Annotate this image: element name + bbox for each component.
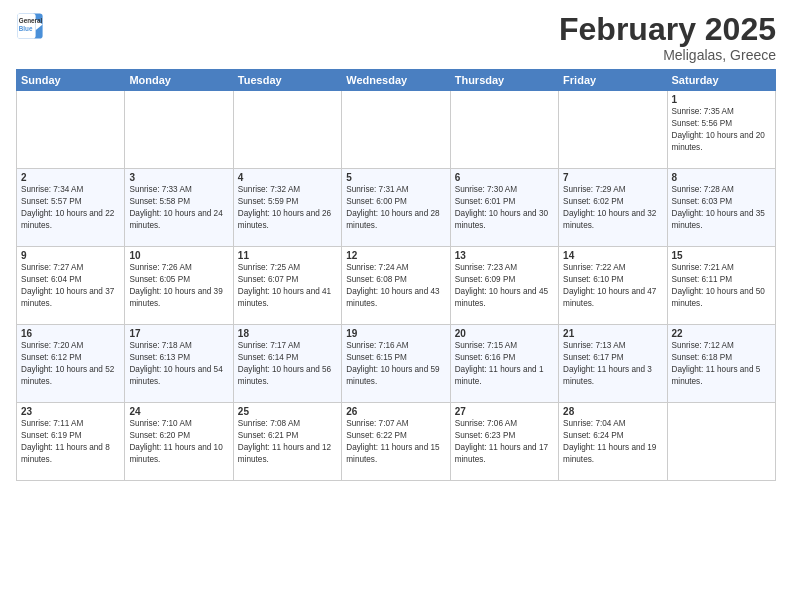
day-number: 18 xyxy=(238,328,337,339)
table-cell xyxy=(559,91,667,169)
day-info: Sunrise: 7:24 AM Sunset: 6:08 PM Dayligh… xyxy=(346,262,445,310)
table-cell: 11Sunrise: 7:25 AM Sunset: 6:07 PM Dayli… xyxy=(233,247,341,325)
week-row-4: 16Sunrise: 7:20 AM Sunset: 6:12 PM Dayli… xyxy=(17,325,776,403)
table-cell: 17Sunrise: 7:18 AM Sunset: 6:13 PM Dayli… xyxy=(125,325,233,403)
col-friday: Friday xyxy=(559,70,667,91)
day-number: 9 xyxy=(21,250,120,261)
table-cell: 12Sunrise: 7:24 AM Sunset: 6:08 PM Dayli… xyxy=(342,247,450,325)
day-number: 8 xyxy=(672,172,771,183)
day-info: Sunrise: 7:18 AM Sunset: 6:13 PM Dayligh… xyxy=(129,340,228,388)
day-number: 22 xyxy=(672,328,771,339)
day-info: Sunrise: 7:34 AM Sunset: 5:57 PM Dayligh… xyxy=(21,184,120,232)
logo-icon: General Blue xyxy=(16,12,44,40)
day-info: Sunrise: 7:35 AM Sunset: 5:56 PM Dayligh… xyxy=(672,106,771,154)
table-cell: 23Sunrise: 7:11 AM Sunset: 6:19 PM Dayli… xyxy=(17,403,125,481)
day-info: Sunrise: 7:31 AM Sunset: 6:00 PM Dayligh… xyxy=(346,184,445,232)
day-number: 1 xyxy=(672,94,771,105)
table-cell: 26Sunrise: 7:07 AM Sunset: 6:22 PM Dayli… xyxy=(342,403,450,481)
day-info: Sunrise: 7:26 AM Sunset: 6:05 PM Dayligh… xyxy=(129,262,228,310)
day-info: Sunrise: 7:28 AM Sunset: 6:03 PM Dayligh… xyxy=(672,184,771,232)
table-cell: 3Sunrise: 7:33 AM Sunset: 5:58 PM Daylig… xyxy=(125,169,233,247)
day-number: 19 xyxy=(346,328,445,339)
day-info: Sunrise: 7:30 AM Sunset: 6:01 PM Dayligh… xyxy=(455,184,554,232)
table-cell: 1Sunrise: 7:35 AM Sunset: 5:56 PM Daylig… xyxy=(667,91,775,169)
day-info: Sunrise: 7:10 AM Sunset: 6:20 PM Dayligh… xyxy=(129,418,228,466)
day-info: Sunrise: 7:04 AM Sunset: 6:24 PM Dayligh… xyxy=(563,418,662,466)
table-cell: 24Sunrise: 7:10 AM Sunset: 6:20 PM Dayli… xyxy=(125,403,233,481)
day-number: 24 xyxy=(129,406,228,417)
day-info: Sunrise: 7:06 AM Sunset: 6:23 PM Dayligh… xyxy=(455,418,554,466)
day-number: 12 xyxy=(346,250,445,261)
table-cell: 2Sunrise: 7:34 AM Sunset: 5:57 PM Daylig… xyxy=(17,169,125,247)
day-info: Sunrise: 7:15 AM Sunset: 6:16 PM Dayligh… xyxy=(455,340,554,388)
month-title: February 2025 xyxy=(559,12,776,47)
day-info: Sunrise: 7:08 AM Sunset: 6:21 PM Dayligh… xyxy=(238,418,337,466)
day-number: 26 xyxy=(346,406,445,417)
day-info: Sunrise: 7:21 AM Sunset: 6:11 PM Dayligh… xyxy=(672,262,771,310)
header: General Blue February 2025 Meligalas, Gr… xyxy=(16,12,776,63)
table-cell: 4Sunrise: 7:32 AM Sunset: 5:59 PM Daylig… xyxy=(233,169,341,247)
table-cell: 18Sunrise: 7:17 AM Sunset: 6:14 PM Dayli… xyxy=(233,325,341,403)
col-monday: Monday xyxy=(125,70,233,91)
svg-text:General: General xyxy=(19,17,43,24)
day-number: 2 xyxy=(21,172,120,183)
col-sunday: Sunday xyxy=(17,70,125,91)
svg-text:Blue: Blue xyxy=(19,25,33,32)
day-info: Sunrise: 7:13 AM Sunset: 6:17 PM Dayligh… xyxy=(563,340,662,388)
day-info: Sunrise: 7:12 AM Sunset: 6:18 PM Dayligh… xyxy=(672,340,771,388)
col-tuesday: Tuesday xyxy=(233,70,341,91)
day-number: 11 xyxy=(238,250,337,261)
table-cell: 15Sunrise: 7:21 AM Sunset: 6:11 PM Dayli… xyxy=(667,247,775,325)
calendar-container: General Blue February 2025 Meligalas, Gr… xyxy=(0,0,792,489)
location: Meligalas, Greece xyxy=(559,47,776,63)
day-info: Sunrise: 7:23 AM Sunset: 6:09 PM Dayligh… xyxy=(455,262,554,310)
table-cell: 8Sunrise: 7:28 AM Sunset: 6:03 PM Daylig… xyxy=(667,169,775,247)
col-saturday: Saturday xyxy=(667,70,775,91)
day-number: 27 xyxy=(455,406,554,417)
table-cell: 19Sunrise: 7:16 AM Sunset: 6:15 PM Dayli… xyxy=(342,325,450,403)
header-row: Sunday Monday Tuesday Wednesday Thursday… xyxy=(17,70,776,91)
day-number: 13 xyxy=(455,250,554,261)
day-info: Sunrise: 7:27 AM Sunset: 6:04 PM Dayligh… xyxy=(21,262,120,310)
table-cell xyxy=(233,91,341,169)
table-cell: 25Sunrise: 7:08 AM Sunset: 6:21 PM Dayli… xyxy=(233,403,341,481)
day-number: 10 xyxy=(129,250,228,261)
table-cell: 6Sunrise: 7:30 AM Sunset: 6:01 PM Daylig… xyxy=(450,169,558,247)
table-cell xyxy=(667,403,775,481)
table-cell: 13Sunrise: 7:23 AM Sunset: 6:09 PM Dayli… xyxy=(450,247,558,325)
day-number: 16 xyxy=(21,328,120,339)
table-cell: 22Sunrise: 7:12 AM Sunset: 6:18 PM Dayli… xyxy=(667,325,775,403)
day-info: Sunrise: 7:07 AM Sunset: 6:22 PM Dayligh… xyxy=(346,418,445,466)
table-cell xyxy=(17,91,125,169)
table-cell: 14Sunrise: 7:22 AM Sunset: 6:10 PM Dayli… xyxy=(559,247,667,325)
day-info: Sunrise: 7:17 AM Sunset: 6:14 PM Dayligh… xyxy=(238,340,337,388)
day-info: Sunrise: 7:32 AM Sunset: 5:59 PM Dayligh… xyxy=(238,184,337,232)
week-row-3: 9Sunrise: 7:27 AM Sunset: 6:04 PM Daylig… xyxy=(17,247,776,325)
day-info: Sunrise: 7:22 AM Sunset: 6:10 PM Dayligh… xyxy=(563,262,662,310)
day-number: 5 xyxy=(346,172,445,183)
day-number: 20 xyxy=(455,328,554,339)
table-cell xyxy=(125,91,233,169)
table-cell: 10Sunrise: 7:26 AM Sunset: 6:05 PM Dayli… xyxy=(125,247,233,325)
week-row-2: 2Sunrise: 7:34 AM Sunset: 5:57 PM Daylig… xyxy=(17,169,776,247)
table-cell: 7Sunrise: 7:29 AM Sunset: 6:02 PM Daylig… xyxy=(559,169,667,247)
week-row-1: 1Sunrise: 7:35 AM Sunset: 5:56 PM Daylig… xyxy=(17,91,776,169)
day-number: 25 xyxy=(238,406,337,417)
table-cell: 9Sunrise: 7:27 AM Sunset: 6:04 PM Daylig… xyxy=(17,247,125,325)
day-number: 23 xyxy=(21,406,120,417)
table-cell: 21Sunrise: 7:13 AM Sunset: 6:17 PM Dayli… xyxy=(559,325,667,403)
table-cell: 16Sunrise: 7:20 AM Sunset: 6:12 PM Dayli… xyxy=(17,325,125,403)
day-info: Sunrise: 7:33 AM Sunset: 5:58 PM Dayligh… xyxy=(129,184,228,232)
day-number: 17 xyxy=(129,328,228,339)
day-number: 14 xyxy=(563,250,662,261)
day-number: 28 xyxy=(563,406,662,417)
table-cell: 27Sunrise: 7:06 AM Sunset: 6:23 PM Dayli… xyxy=(450,403,558,481)
table-cell xyxy=(342,91,450,169)
day-info: Sunrise: 7:29 AM Sunset: 6:02 PM Dayligh… xyxy=(563,184,662,232)
calendar-table: Sunday Monday Tuesday Wednesday Thursday… xyxy=(16,69,776,481)
table-cell xyxy=(450,91,558,169)
day-number: 6 xyxy=(455,172,554,183)
day-number: 21 xyxy=(563,328,662,339)
col-thursday: Thursday xyxy=(450,70,558,91)
table-cell: 20Sunrise: 7:15 AM Sunset: 6:16 PM Dayli… xyxy=(450,325,558,403)
